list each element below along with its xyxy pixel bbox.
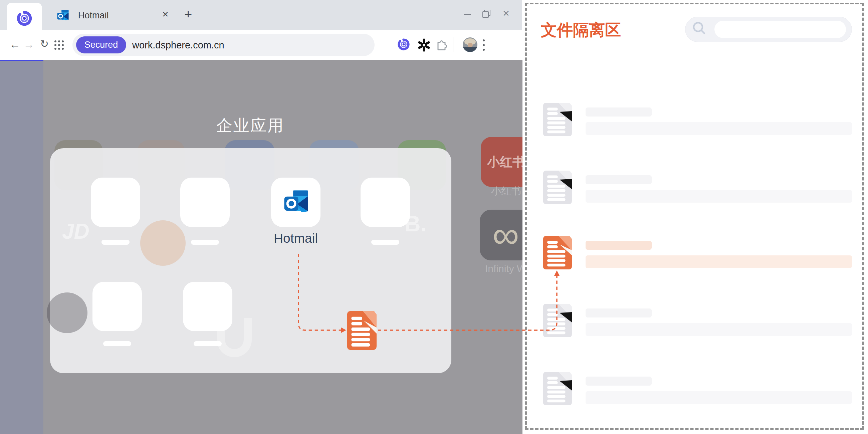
tile-label-placeholder bbox=[371, 240, 399, 245]
app-tile[interactable] bbox=[91, 178, 140, 227]
apps-grid-icon[interactable] bbox=[54, 39, 65, 52]
dsphere-logo-icon bbox=[17, 10, 32, 26]
quarantine-dashed-border bbox=[525, 3, 864, 430]
app-tile[interactable] bbox=[92, 282, 142, 331]
intercepted-file-icon bbox=[346, 311, 377, 350]
pinned-tab[interactable] bbox=[7, 3, 42, 30]
page-title: 企业应用 bbox=[180, 115, 320, 136]
back-button[interactable]: ← bbox=[9, 39, 20, 50]
ghost-jd-logo: JD bbox=[62, 219, 90, 244]
page-sidebar bbox=[0, 61, 43, 434]
file-detail-placeholder bbox=[586, 255, 852, 268]
file-detail-placeholder bbox=[586, 190, 852, 203]
tab-title[interactable]: Hotmail bbox=[78, 10, 109, 21]
ghost-dark-icon bbox=[47, 292, 88, 333]
window-close-button[interactable]: × bbox=[503, 7, 509, 19]
file-title-placeholder bbox=[586, 175, 652, 184]
reload-button[interactable]: ↻ bbox=[40, 39, 49, 49]
app-label-hotmail: Hotmail bbox=[262, 231, 329, 246]
file-title-placeholder bbox=[586, 241, 652, 250]
new-tab-button[interactable]: + bbox=[184, 7, 192, 21]
app-tile[interactable] bbox=[180, 178, 230, 227]
app-tile[interactable] bbox=[361, 178, 410, 227]
outlook-logo-icon bbox=[280, 187, 311, 219]
file-icon bbox=[542, 372, 572, 405]
tile-label-placeholder bbox=[191, 240, 219, 245]
file-detail-placeholder bbox=[586, 323, 852, 336]
search-input-wrap bbox=[714, 21, 846, 38]
search-icon bbox=[692, 21, 706, 37]
forward-button[interactable]: → bbox=[23, 39, 34, 50]
file-title-placeholder bbox=[586, 377, 652, 385]
outlook-favicon-icon bbox=[55, 8, 70, 23]
search-input[interactable] bbox=[714, 21, 846, 38]
window-restore-button[interactable] bbox=[482, 9, 491, 18]
ghost-orange-icon bbox=[140, 220, 186, 266]
file-detail-placeholder bbox=[586, 391, 852, 404]
browser-menu-icon[interactable] bbox=[483, 39, 485, 52]
quarantine-title: 文件隔离区 bbox=[541, 19, 621, 41]
profile-avatar[interactable] bbox=[463, 37, 477, 52]
secured-badge: Secured bbox=[76, 36, 126, 54]
app-tile[interactable] bbox=[183, 282, 232, 331]
tile-label-placeholder bbox=[194, 341, 222, 346]
tile-label-placeholder bbox=[103, 341, 131, 346]
file-title-placeholder bbox=[586, 107, 652, 117]
tab-close-icon[interactable]: × bbox=[162, 9, 168, 19]
file-icon bbox=[542, 304, 572, 337]
file-icon bbox=[542, 170, 572, 204]
file-detail-placeholder bbox=[586, 122, 852, 135]
dsphere-extension-icon[interactable] bbox=[397, 38, 410, 51]
url-text[interactable]: work.dsphere.com.cn bbox=[132, 40, 224, 51]
file-title-placeholder bbox=[586, 308, 652, 317]
extensions-puzzle-icon[interactable] bbox=[436, 39, 448, 51]
chatgpt-extension-icon[interactable] bbox=[417, 38, 431, 52]
window-minimize-button[interactable] bbox=[464, 9, 471, 19]
toolbar-divider bbox=[453, 37, 453, 52]
tile-label-placeholder bbox=[101, 240, 129, 245]
file-icon bbox=[542, 103, 572, 136]
quarantined-file-icon bbox=[542, 236, 572, 270]
